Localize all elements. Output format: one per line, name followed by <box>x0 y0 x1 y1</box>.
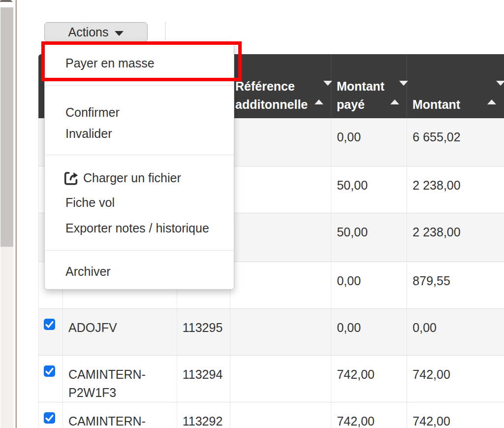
menu-item-archiver[interactable]: Archiver <box>45 264 234 279</box>
menu-item-confirmer[interactable]: Confirmer <box>45 105 234 120</box>
column-header-montant-paye[interactable]: Montant payé <box>331 54 407 118</box>
scroll-up-icon[interactable] <box>0 0 13 2</box>
cell-reference: ADOJFV <box>63 309 177 355</box>
cell-montant: 0,00 <box>407 309 504 355</box>
cell-id: 113294 <box>177 356 230 402</box>
cell-reference-additionnelle <box>230 118 332 166</box>
sort-icon[interactable] <box>390 84 399 102</box>
share-upload-icon <box>63 169 79 186</box>
column-header-reference-additionnelle[interactable]: Référence additonnelle <box>230 54 331 118</box>
checkmark-icon <box>44 412 55 424</box>
cell-montant-paye: 50,00 <box>331 213 407 262</box>
scrollbar-thumb[interactable] <box>0 7 13 247</box>
sort-icon[interactable] <box>487 84 496 102</box>
column-label: Montant payé <box>337 77 392 114</box>
column-header-montant[interactable]: Montant <box>407 54 504 118</box>
cell-reference-additionnelle <box>230 402 332 428</box>
row-checkbox[interactable] <box>44 365 55 377</box>
cell-montant-paye: 50,00 <box>331 166 407 213</box>
cell-id: 113295 <box>177 309 230 355</box>
cell-reference-additionnelle <box>230 213 332 262</box>
cell-montant-paye: 742,00 <box>331 356 407 402</box>
menu-item-payer-en-masse[interactable]: Payer en masse <box>45 56 234 70</box>
menu-divider <box>45 250 234 251</box>
cell-montant-paye: 742,00 <box>331 402 407 428</box>
checkmark-icon <box>44 319 55 330</box>
menu-item-charger-un-fichier[interactable]: Charger un fichier <box>45 170 234 185</box>
panel-border-line <box>16 0 17 428</box>
cell-montant: 742,00 <box>407 402 504 428</box>
table-row: ADOJFV 113295 0,00 0,00 <box>38 309 504 356</box>
sort-icon[interactable] <box>315 84 323 102</box>
cell-montant: 6 655,02 <box>407 118 504 166</box>
cell-montant: 2 238,00 <box>407 213 504 262</box>
menu-item-fiche-vol[interactable]: Fiche vol <box>45 195 234 210</box>
table-row: CAMINTERN-P2W1F3 113294 742,00 742,00 <box>38 356 504 402</box>
actions-button[interactable]: Actions <box>44 22 148 42</box>
table-row: CAMINTERN- 113292 742,00 742,00 <box>38 402 504 428</box>
checkmark-icon <box>44 365 55 377</box>
left-scrollbar[interactable] <box>0 0 15 428</box>
cell-reference: CAMINTERN-P2W1F3 <box>63 356 177 402</box>
cell-reference-additionnelle <box>230 166 332 213</box>
cell-reference-additionnelle <box>230 309 332 355</box>
menu-item-label: Charger un fichier <box>83 171 181 185</box>
cell-reference-additionnelle <box>230 356 332 402</box>
actions-menu: Payer en masse Confirmer Invalider Charg… <box>44 42 234 290</box>
menu-divider <box>45 155 234 155</box>
menu-item-exporter-notes-historique[interactable]: Exporter notes / historique <box>45 221 234 235</box>
scrollbar-track[interactable] <box>0 247 13 428</box>
cell-montant: 742,00 <box>407 356 504 402</box>
cell-reference: CAMINTERN- <box>63 402 177 428</box>
cell-montant-paye: 0,00 <box>331 118 407 166</box>
menu-divider <box>45 85 234 86</box>
toolbar-divider <box>165 22 166 40</box>
row-checkbox[interactable] <box>44 319 55 330</box>
cell-montant-paye: 0,00 <box>331 262 407 308</box>
menu-item-invalider[interactable]: Invalider <box>45 126 234 141</box>
cell-montant: 2 238,00 <box>407 166 504 213</box>
cell-montant: 879,55 <box>407 262 504 308</box>
cell-id: 113292 <box>177 402 230 428</box>
cell-montant-paye: 0,00 <box>331 309 407 355</box>
chevron-down-icon <box>115 31 124 36</box>
cell-reference-additionnelle <box>230 262 332 308</box>
column-label: Référence additonnelle <box>235 77 316 114</box>
actions-button-label: Actions <box>68 25 109 39</box>
row-checkbox[interactable] <box>44 412 55 424</box>
